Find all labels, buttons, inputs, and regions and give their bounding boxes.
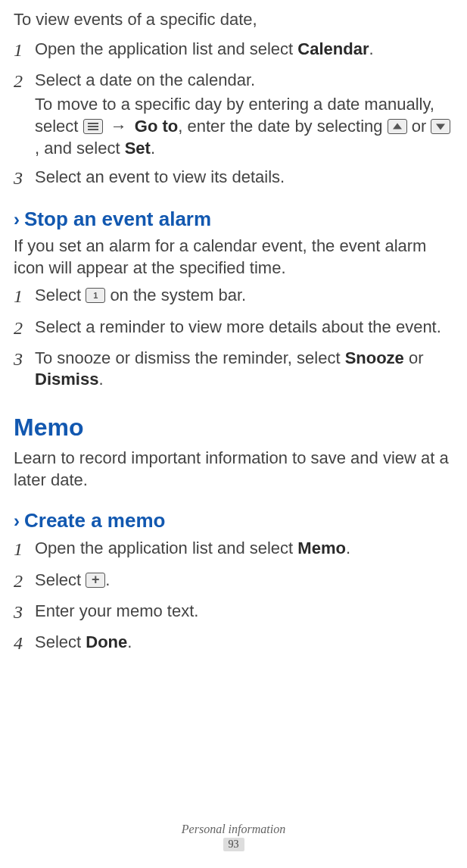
- step-number: 1: [14, 538, 35, 561]
- step-item: 1Open the application list and select Ca…: [14, 39, 453, 62]
- bold-text: Snooze: [345, 348, 404, 367]
- step-number: 2: [14, 70, 35, 159]
- subheading-stop-alarm: ›Stop an event alarm: [14, 207, 453, 233]
- steps-group-c: 1Open the application list and select Me…: [14, 538, 453, 655]
- step-item: 1Select on the system bar.: [14, 285, 453, 308]
- step-body: Open the application list and select Mem…: [35, 538, 453, 561]
- step-number: 1: [14, 39, 35, 62]
- bold-text: Dismiss: [35, 370, 98, 389]
- step-body: To snooze or dismiss the reminder, selec…: [35, 348, 453, 391]
- step-number: 2: [14, 317, 35, 340]
- step-number: 4: [14, 632, 35, 655]
- menu-icon: [83, 119, 103, 134]
- step-number: 3: [14, 167, 35, 190]
- step-number: 3: [14, 348, 35, 391]
- step-item: 2Select a reminder to view more details …: [14, 317, 453, 340]
- bold-text: Calendar: [297, 39, 369, 58]
- step-item: 1Open the application list and select Me…: [14, 538, 453, 561]
- step-body: Select Done.: [35, 632, 453, 655]
- step-number: 2: [14, 570, 35, 593]
- step-item: 2Select a date on the calendar.To move t…: [14, 70, 453, 159]
- step-number: 1: [14, 285, 35, 308]
- footer-page-number: 93: [223, 838, 244, 851]
- plus-icon: [86, 573, 105, 588]
- step-body: Select on the system bar.: [35, 285, 453, 308]
- bold-text: Go to: [135, 117, 178, 136]
- desc-memo: Learn to record important information to…: [14, 448, 453, 491]
- step-item: 3To snooze or dismiss the reminder, sele…: [14, 348, 453, 391]
- content-area: To view events of a specific date, 1Open…: [14, 9, 453, 655]
- page-footer: Personal information 93: [0, 823, 467, 851]
- heading-memo: Memo: [14, 412, 453, 444]
- arrow-right-icon: →: [111, 116, 127, 138]
- bold-text: Memo: [297, 539, 346, 557]
- step-item: 3Select an event to view its details.: [14, 167, 453, 190]
- subheading-create-memo-text: Create a memo: [24, 509, 165, 532]
- chevron-right-icon: ›: [14, 510, 20, 531]
- step-item: 2Select .: [14, 570, 453, 593]
- arrow-down-icon: [431, 119, 450, 134]
- step-body: Select a date on the calendar.To move to…: [35, 70, 453, 159]
- subheading-create-memo: ›Create a memo: [14, 508, 453, 534]
- desc-stop-alarm: If you set an alarm for a calendar event…: [14, 236, 453, 279]
- step-body: Select a reminder to view more details a…: [35, 317, 453, 340]
- arrow-up-icon: [388, 119, 407, 134]
- step-body: Enter your memo text.: [35, 601, 453, 624]
- step-body: Select an event to view its details.: [35, 167, 453, 190]
- footer-section: Personal information: [182, 823, 285, 835]
- steps-group-a: 1Open the application list and select Ca…: [14, 39, 453, 191]
- subheading-stop-alarm-text: Stop an event alarm: [24, 208, 211, 230]
- step-item: 3Enter your memo text.: [14, 601, 453, 624]
- steps-group-b: 1Select on the system bar.2Select a remi…: [14, 285, 453, 391]
- step-body: Open the application list and select Cal…: [35, 39, 453, 62]
- bold-text: Set: [125, 139, 151, 158]
- step-body: Select .: [35, 570, 453, 593]
- chevron-right-icon: ›: [14, 209, 20, 229]
- bold-text: Done: [86, 632, 127, 651]
- step-subtext: To move to a specific day by entering a …: [35, 94, 453, 159]
- step-number: 3: [14, 601, 35, 624]
- intro-text-a: To view events of a specific date,: [14, 9, 453, 31]
- manual-page: To view events of a specific date, 1Open…: [0, 0, 467, 868]
- step-item: 4Select Done.: [14, 632, 453, 655]
- notification-icon: [86, 288, 105, 303]
